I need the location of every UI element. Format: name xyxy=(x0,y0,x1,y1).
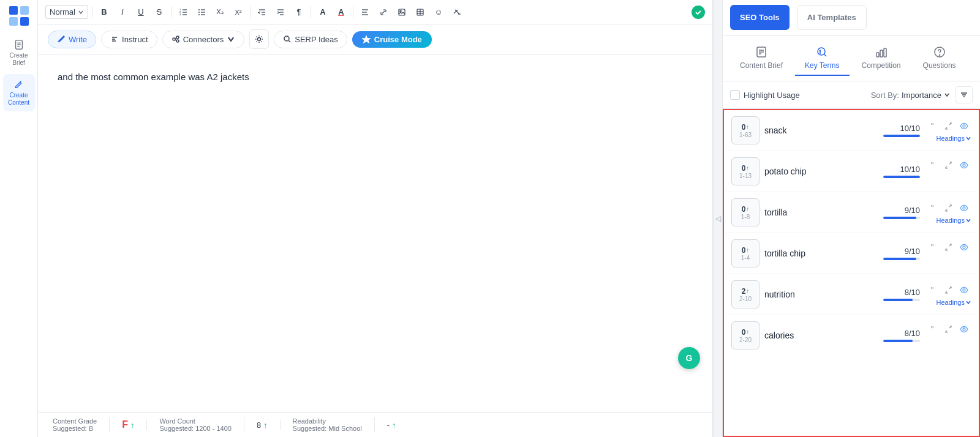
term-expand-btn-nutrition[interactable] xyxy=(941,283,956,297)
grammarly-button[interactable]: G xyxy=(678,347,700,369)
term-quote-btn-tortilla[interactable]: " xyxy=(925,201,940,215)
svg-point-18 xyxy=(198,9,200,10)
term-row-potato-chip: 0 ↑ 1-13 potato chip 10/10 " xyxy=(724,151,979,192)
highlight-usage-checkbox[interactable]: Highlight Usage xyxy=(730,90,800,100)
clear-format-button[interactable] xyxy=(449,4,465,20)
italic-button[interactable]: I xyxy=(115,4,130,20)
tab-ai-templates[interactable]: AI Templates xyxy=(797,5,867,30)
strikethrough-button[interactable]: S xyxy=(151,4,167,20)
subtab-questions[interactable]: Questions xyxy=(913,40,966,76)
connectors-button[interactable]: Connectors xyxy=(162,31,244,48)
term-eye-btn-potato-chip[interactable] xyxy=(957,158,971,173)
terms-list: 0 ↑ 1-63 snack 10/10 " Headings xyxy=(723,109,980,437)
subtab-competition[interactable]: Competition xyxy=(852,40,911,76)
unordered-list-button[interactable] xyxy=(194,4,209,20)
done-check[interactable] xyxy=(692,6,705,19)
term-row-nutrition: 2 ↑ 2-10 nutrition 8/10 " Headi xyxy=(724,274,979,315)
word-count-item: Word Count Suggested: 1200 - 1400 xyxy=(147,417,244,432)
term-bar-snack xyxy=(883,135,920,137)
subtab-key-terms[interactable]: Key Terms xyxy=(795,40,849,76)
sidebar-item-create-brief[interactable]: Create Brief xyxy=(3,34,35,72)
term-actions-tortilla: " Headings xyxy=(925,201,971,224)
logo[interactable] xyxy=(7,5,31,27)
term-expand-btn-calories[interactable] xyxy=(941,322,956,337)
term-score-area-calories: 8/10 xyxy=(883,329,920,342)
term-name-tortilla: tortilla xyxy=(764,207,878,217)
term-quote-btn-tortilla-chip[interactable]: " xyxy=(925,240,940,255)
term-eye-btn-calories[interactable] xyxy=(957,322,971,337)
svg-point-31 xyxy=(400,10,401,11)
text-style-select[interactable]: Normal xyxy=(45,5,88,19)
tab-seo-tools[interactable]: SEO Tools xyxy=(730,5,790,30)
term-expand-btn-potato-chip[interactable] xyxy=(941,158,956,173)
term-bar-tortilla-chip xyxy=(883,258,920,260)
editor-content[interactable]: and the most common example was A2 jacke… xyxy=(38,54,712,412)
term-counter-potato-chip[interactable]: 0 ↑ 1-13 xyxy=(731,157,760,185)
subscript-button[interactable]: X₂ xyxy=(212,4,228,20)
underline-button[interactable]: U xyxy=(133,4,149,20)
svg-point-38 xyxy=(176,36,179,39)
term-counter-nutrition[interactable]: 2 ↑ 2-10 xyxy=(731,280,760,308)
term-bar-potato-chip xyxy=(883,176,920,178)
sort-by-control[interactable]: Sort By: Importance xyxy=(871,91,951,100)
term-counter-snack[interactable]: 0 ↑ 1-63 xyxy=(731,116,760,144)
indent-button[interactable] xyxy=(273,4,288,20)
svg-line-44 xyxy=(289,41,291,43)
headings-chevron-icon xyxy=(965,135,971,141)
filter-icon-button[interactable] xyxy=(956,86,973,103)
svg-point-20 xyxy=(198,14,200,15)
term-counter-tortilla-chip[interactable]: 0 ↑ 1-4 xyxy=(731,239,760,267)
highlight-button[interactable]: A xyxy=(333,4,349,20)
instruct-button[interactable]: Instruct xyxy=(101,31,157,48)
svg-point-43 xyxy=(284,36,289,41)
connectors-chevron xyxy=(227,35,235,43)
term-quote-btn-nutrition[interactable]: " xyxy=(925,283,940,297)
emoji-button[interactable]: ☺ xyxy=(431,4,447,20)
term-bar-tortilla xyxy=(883,217,920,219)
sort-select[interactable]: Importance xyxy=(902,91,951,100)
font-color-button[interactable]: A xyxy=(315,4,331,20)
serp-ideas-button[interactable]: SERP Ideas xyxy=(274,31,347,48)
term-eye-btn-snack[interactable] xyxy=(957,119,971,133)
term-counter-tortilla[interactable]: 0 ↑ 1-8 xyxy=(731,198,760,226)
superscript-button[interactable]: X² xyxy=(230,4,246,20)
headings-badge-tortilla[interactable]: Headings xyxy=(937,217,971,224)
term-expand-btn-tortilla-chip[interactable] xyxy=(941,240,956,255)
term-eye-btn-nutrition[interactable] xyxy=(957,283,971,297)
align-button[interactable] xyxy=(357,4,373,20)
image-button[interactable] xyxy=(394,4,410,20)
term-quote-btn-snack[interactable]: " xyxy=(925,119,940,133)
term-row-snack: 0 ↑ 1-63 snack 10/10 " Headings xyxy=(724,110,979,151)
term-eye-btn-tortilla[interactable] xyxy=(957,201,971,215)
svg-point-19 xyxy=(198,12,200,13)
term-score-area-tortilla-chip: 9/10 xyxy=(883,247,920,260)
sidebar-item-create-content[interactable]: Create Content xyxy=(3,74,35,111)
editor-area: Normal B I U S 1. 2. 3. X₂ X² xyxy=(38,0,713,437)
term-quote-btn-calories[interactable]: " xyxy=(925,322,940,337)
outdent-button[interactable] xyxy=(254,4,270,20)
headings-badge-nutrition[interactable]: Headings xyxy=(937,299,971,306)
toolbar-separator-2 xyxy=(171,6,172,18)
paragraph-button[interactable]: ¶ xyxy=(291,4,307,20)
svg-rect-1 xyxy=(20,6,29,15)
subtab-content-brief[interactable]: Content Brief xyxy=(730,40,793,76)
panel-collapse-handle[interactable]: ◁ xyxy=(713,0,723,437)
link-button[interactable] xyxy=(375,4,391,20)
ordered-list-button[interactable]: 1. 2. 3. xyxy=(175,4,191,20)
term-quote-btn-potato-chip[interactable]: " xyxy=(925,158,940,173)
filter-bar: Highlight Usage Sort By: Importance xyxy=(723,81,980,109)
term-counter-calories[interactable]: 0 ↑ 2-20 xyxy=(731,321,760,349)
gear-button[interactable] xyxy=(249,29,269,49)
svg-line-41 xyxy=(175,40,176,40)
term-eye-btn-tortilla-chip[interactable] xyxy=(957,240,971,255)
bold-button[interactable]: B xyxy=(96,4,112,20)
term-expand-btn-tortilla[interactable] xyxy=(941,201,956,215)
table-button[interactable] xyxy=(412,4,428,20)
svg-point-62 xyxy=(963,164,965,166)
sub-tabs: Content Brief Key Terms Competition xyxy=(723,35,980,81)
cruise-mode-button[interactable]: Cruise Mode xyxy=(352,31,432,48)
headings-badge-snack[interactable]: Headings xyxy=(937,135,971,142)
write-button[interactable]: Write xyxy=(48,31,96,48)
term-expand-btn-snack[interactable] xyxy=(941,119,956,133)
svg-line-40 xyxy=(175,38,176,39)
